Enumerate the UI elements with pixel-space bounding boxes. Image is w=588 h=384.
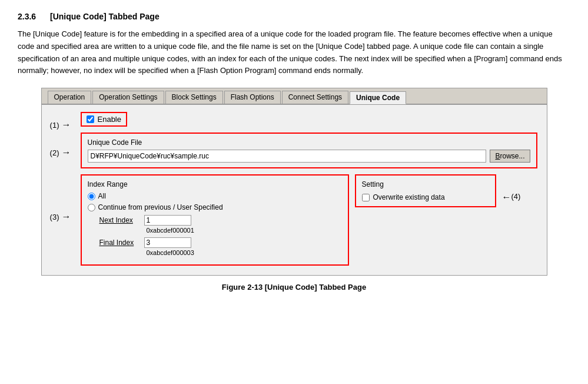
annotation-2-arrow: → [62,147,71,158]
unique-code-file-label: Unique Code File [88,138,530,147]
radio-all-row: All [88,192,342,200]
setting-label: Setting [362,180,489,188]
annotation-3-label: (3) [50,213,59,221]
tab-connect-settings[interactable]: Connect Settings [282,91,348,104]
setting-box: Setting Overwrite existing data [355,174,496,207]
annotation-1-arrow: → [62,120,71,130]
final-index-row: Final Index [99,237,342,248]
tab-flash-options[interactable]: Flash Options [224,91,281,104]
body-text: The [Unique Code] feature is for the emb… [18,28,570,77]
final-index-hex: 0xabcdef000003 [147,249,342,256]
radio-continue-row: Continue from previous / User Specified [88,203,342,211]
radio-all[interactable] [88,193,95,200]
enable-label: Enable [98,115,121,124]
enable-section: Enable [81,112,127,127]
tab-bar: Operation Operation Settings Block Setti… [42,88,547,105]
annotation-1-label: (1) [50,121,59,130]
tab-operation[interactable]: Operation [48,91,92,104]
final-index-label: Final Index [99,239,141,247]
browse-button[interactable]: Browse... [490,150,530,163]
next-index-input[interactable] [144,215,191,226]
annotation-4-label: (4) [511,192,521,201]
radio-continue[interactable] [88,204,95,211]
file-path-input[interactable] [88,150,487,163]
index-range-label: Index Range [88,180,342,188]
tab-block-settings[interactable]: Block Settings [165,91,223,104]
unique-code-file-box: Unique Code File Browse... [81,133,537,168]
figure-caption: Figure 2-13 [Unique Code] Tabbed Page [18,283,570,292]
radio-continue-label: Continue from previous / User Specified [98,203,223,211]
annotation-4-arrow: ← [502,192,511,203]
section-number: 2.3.6 [18,12,36,21]
next-index-row: Next Index [99,215,342,226]
radio-all-label: All [98,192,106,200]
tab-unique-code[interactable]: Unique Code [350,91,406,104]
index-fields: Next Index 0xabcdef000001 Final Index 0x… [88,215,342,256]
overwrite-row: Overwrite existing data [362,193,489,201]
diagram-container: Operation Operation Settings Block Setti… [41,88,547,276]
tab-content-area: Enable Unique Code File Browse... Index … [71,105,547,275]
overwrite-checkbox[interactable] [362,194,370,201]
left-annotations: (1) → (2) → (3) → [42,105,71,264]
enable-checkbox[interactable] [87,115,94,123]
annotation-2-label: (2) [50,148,59,157]
annotation-3-arrow: → [62,211,71,222]
tab-operation-settings[interactable]: Operation Settings [92,91,164,104]
index-range-box: Index Range All Continue from previous /… [81,174,349,266]
overwrite-label: Overwrite existing data [373,193,445,201]
browse-label-rest: rowse... [500,152,524,160]
section-title: [Unique Code] Tabbed Page [50,12,160,21]
next-index-label: Next Index [99,216,141,224]
right-annotation-4: ← (4) [502,174,537,203]
section-heading: 2.3.6 [Unique Code] Tabbed Page [18,12,570,21]
final-index-input[interactable] [144,237,191,248]
next-index-hex: 0xabcdef000001 [147,227,342,234]
